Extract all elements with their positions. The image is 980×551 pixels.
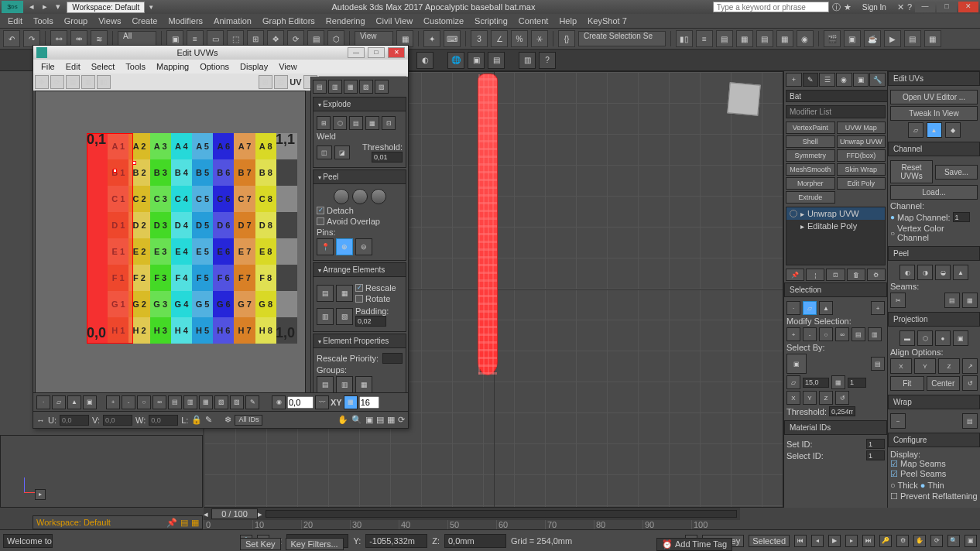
keyboard-button[interactable]: ⌨ — [444, 30, 461, 47]
rescale-check[interactable] — [355, 284, 363, 292]
quick-d-button[interactable]: ▧ — [359, 80, 373, 94]
mod-unwrapuvw[interactable]: Unwrap UVW — [837, 135, 886, 148]
rollout-channel[interactable]: Channel — [888, 142, 980, 156]
weld-threshold-input[interactable] — [372, 152, 403, 163]
graphite-button[interactable]: ◐ — [416, 52, 433, 69]
uvw-menu-file[interactable]: File — [36, 61, 60, 72]
snow-button[interactable]: ❄ — [224, 415, 231, 425]
explode-a-button[interactable]: ⊞ — [317, 116, 331, 130]
planar-angle-input[interactable] — [803, 378, 829, 388]
menu-customize[interactable]: Customize — [419, 15, 468, 27]
mod-meshsmooth[interactable]: MeshSmooth — [786, 163, 835, 176]
ws-a-icon[interactable]: ▤ — [180, 518, 188, 528]
render-frame-button[interactable]: ▣ — [844, 30, 861, 47]
keyfilters-button[interactable]: Key Filters... — [286, 538, 344, 550]
rollout-material-ids[interactable]: Material IDs — [784, 420, 887, 435]
peel-reset-button[interactable] — [352, 189, 368, 204]
close-button[interactable]: ✕ — [958, 2, 978, 12]
group-c-button[interactable]: ▦ — [355, 376, 372, 392]
wrap-b-button[interactable]: ▤ — [962, 413, 978, 429]
brush-a-button[interactable]: ✎ — [205, 415, 212, 425]
named-sel-dropdown[interactable]: Create Selection Se — [578, 31, 666, 46]
rollout-peel[interactable]: Peel — [313, 169, 406, 184]
v-input[interactable] — [103, 415, 132, 426]
workspace-dd-icon[interactable]: ▼ — [148, 4, 154, 11]
save-uvws-button[interactable]: Save... — [935, 165, 978, 180]
uvw-handle-2[interactable] — [113, 169, 117, 173]
undo-button[interactable]: ↶ — [3, 30, 20, 47]
time-tag[interactable]: ⏰ Add Time Tag — [656, 538, 732, 551]
time-slider[interactable]: ◂ 0 / 100 ▸ — [204, 508, 740, 520]
planar-button[interactable]: ▱ — [786, 375, 800, 389]
sel-plus[interactable]: + — [871, 301, 885, 315]
uvw-menu-mapping[interactable]: Mapping — [152, 61, 194, 72]
uvw-rotate-button[interactable]: ⟳ — [50, 75, 64, 89]
axis-y-button[interactable]: Y — [803, 391, 817, 405]
axis-x-button[interactable]: X — [786, 391, 800, 405]
u-input[interactable] — [60, 415, 89, 426]
play-button[interactable]: ▶ — [828, 535, 841, 547]
sel-f2-button[interactable]: ▥ — [183, 395, 197, 409]
prev-frame-button[interactable]: ◂ — [811, 535, 824, 547]
selection-filter-dropdown[interactable]: All — [118, 31, 156, 46]
pack-b-button[interactable]: ▦ — [336, 285, 353, 302]
object-bat[interactable] — [478, 74, 498, 375]
viewcube[interactable] — [727, 82, 760, 115]
plus-icon[interactable]: ▾ — [53, 2, 63, 12]
menu-help[interactable]: Help — [554, 15, 581, 27]
pin-a-button[interactable]: 📍 — [317, 238, 334, 255]
stack-unique-button[interactable]: ⊡ — [826, 269, 845, 281]
mirror-button[interactable]: ▮▯ — [676, 30, 693, 47]
scene-explorer-button[interactable]: ▤ — [904, 30, 921, 47]
zoom-sel-button[interactable]: ▤ — [376, 415, 384, 425]
viewport-secondary[interactable] — [0, 435, 203, 508]
thick-radio[interactable]: Thick — [890, 481, 918, 490]
layers-button[interactable]: ▤ — [716, 30, 733, 47]
mod-ffdbox[interactable]: FFD(box) — [837, 149, 886, 162]
selid-input[interactable] — [866, 450, 885, 460]
loop-button[interactable]: ∞ — [835, 327, 849, 341]
sel-i2-button[interactable]: ▨ — [230, 395, 244, 409]
uvw-handle-1[interactable] — [132, 161, 136, 165]
peel-quick-button[interactable] — [334, 189, 349, 204]
menu-create[interactable]: Create — [127, 15, 162, 27]
undo-history-icon[interactable]: ◂ — [26, 2, 37, 12]
quick-a-button[interactable]: ▤ — [313, 80, 327, 94]
reset-uvws-button[interactable]: Reset UVWs — [890, 160, 933, 183]
rollout-projection[interactable]: Projection — [888, 312, 980, 327]
uvw-menu-view[interactable]: View — [274, 61, 302, 72]
stack-remove-button[interactable]: 🗑 — [847, 269, 865, 281]
zoom-ext-button[interactable]: ▣ — [365, 415, 373, 425]
explode-b-button[interactable]: ⬡ — [333, 116, 347, 130]
rollout-configure[interactable]: Configure — [888, 433, 980, 447]
tool-c-button[interactable]: ▥ — [519, 52, 536, 69]
grow-button[interactable]: + — [786, 327, 800, 341]
weld-a-button[interactable]: ◫ — [317, 145, 332, 159]
rollout-edit-uvs[interactable]: Edit UVs — [888, 71, 980, 86]
tab-modify[interactable]: ✎ — [803, 73, 819, 87]
time-thumb[interactable]: 0 / 100 — [211, 508, 258, 519]
uvw-move-button[interactable]: ✥ — [35, 75, 49, 89]
menu-views[interactable]: Views — [94, 15, 125, 27]
group-a-button[interactable]: ▤ — [317, 376, 334, 392]
star-icon[interactable]: ★ — [844, 2, 852, 12]
curve-editor-button[interactable]: ▤ — [756, 30, 773, 47]
help-icon[interactable]: ? — [907, 2, 912, 12]
uvw-menu-tools[interactable]: Tools — [121, 61, 150, 72]
next-frame-button[interactable]: ▸ — [845, 535, 858, 547]
group-b-button[interactable]: ▥ — [336, 376, 353, 392]
explode-e-button[interactable]: ⊡ — [382, 116, 396, 130]
info-icon[interactable]: ⓘ — [832, 2, 841, 13]
menu-rendering[interactable]: Rendering — [321, 15, 370, 27]
uvw-scale-button[interactable]: ▤ — [66, 75, 80, 89]
proj-planar-button[interactable]: ▬ — [899, 330, 915, 346]
paint-button[interactable]: ✎ — [245, 395, 259, 409]
goto-end-button[interactable]: ⏭ — [862, 535, 875, 547]
proj-reset-button[interactable]: ↺ — [962, 375, 978, 391]
pack-c-button[interactable]: ▥ — [317, 308, 334, 325]
mod-uvwmap[interactable]: UVW Map — [837, 121, 886, 134]
menu-content[interactable]: Content — [514, 15, 553, 27]
eye-icon[interactable] — [790, 210, 797, 217]
so-edge-button[interactable]: ▱ — [52, 395, 66, 409]
rollout-peel2[interactable]: Peel — [888, 246, 980, 261]
